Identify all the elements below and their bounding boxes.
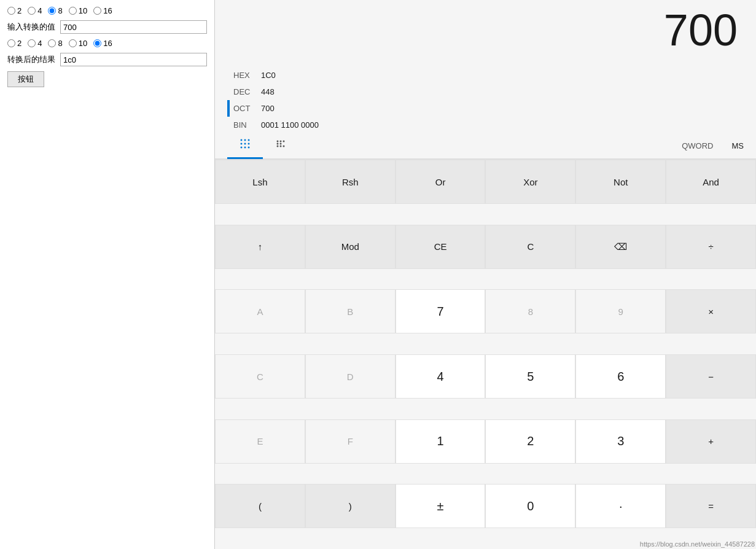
btn-not[interactable]: Not [575,160,666,204]
bin-label: BIN [233,120,261,130]
button-row: 按钮 [7,71,207,87]
svg-point-13 [280,143,282,145]
input-base-radios: 2 4 8 10 16 [7,6,207,15]
svg-point-9 [277,141,279,142]
hex-row: HEX 1C0 [233,67,738,84]
out-radio-label-16[interactable]: 16 [93,39,112,48]
dec-row: DEC 448 [233,84,738,100]
result-row: 转换后的结果 [7,53,207,66]
btn-3[interactable]: 3 [575,419,666,464]
radio-label-4[interactable]: 4 [28,6,42,15]
tab-extra: QWORD MS [682,141,744,150]
watermark: https://blog.csdn.net/weixin_44587228 [640,540,755,548]
svg-point-4 [244,143,246,145]
svg-point-10 [280,141,282,142]
main-display: 700 [664,6,738,55]
btn-5[interactable]: 5 [485,354,575,399]
tab-bar: QWORD MS [215,133,756,159]
result-label: 转换后的结果 [7,54,55,65]
btn-0[interactable]: 0 [485,484,575,528]
btn-add[interactable]: + [666,419,756,464]
calc-grid: Lsh Rsh Or Xor Not And ↑ Mod CE C ⌫ ÷ A … [215,159,756,549]
btn-lparen[interactable]: ( [215,484,305,528]
btn-divide[interactable]: ÷ [666,225,756,269]
ms-button[interactable]: MS [732,141,744,150]
btn-f: F [305,419,396,464]
btn-rparen[interactable]: ) [305,484,396,528]
dec-value: 448 [261,87,275,96]
btn-d: D [305,354,396,399]
dec-label: DEC [233,87,261,96]
left-panel: 2 4 8 10 16 输入转换的值 2 4 8 10 [0,0,215,549]
result-field[interactable] [60,53,207,66]
svg-point-3 [241,143,243,145]
svg-point-7 [244,147,246,149]
btn-backspace[interactable]: ⌫ [575,225,666,269]
svg-point-11 [283,141,285,142]
radio-label-2[interactable]: 2 [7,6,21,15]
calculator-panel: 700 HEX 1C0 DEC 448 OCT 700 BIN 0001 110… [215,0,756,549]
svg-point-2 [248,139,250,141]
btn-e: E [215,419,305,464]
out-radio-label-2[interactable]: 2 [7,39,21,48]
out-radio-label-10[interactable]: 10 [69,39,87,48]
svg-point-0 [241,139,243,141]
btn-mod[interactable]: Mod [305,225,396,269]
svg-point-16 [283,146,285,147]
btn-equals[interactable]: = [666,484,756,528]
btn-4[interactable]: 4 [396,354,486,399]
output-base-radios: 2 4 8 10 16 [7,39,207,48]
btn-c[interactable]: C [485,225,575,269]
btn-9: 9 [575,289,666,333]
input-value-row: 输入转换的值 [7,20,207,34]
btn-xor[interactable]: Xor [485,160,575,204]
svg-point-1 [244,139,246,141]
btn-or[interactable]: Or [396,160,486,204]
radio-label-8[interactable]: 8 [48,6,62,15]
oct-row: OCT 700 [233,100,738,117]
tab-bitview[interactable] [263,133,298,158]
input-field[interactable] [60,20,207,34]
conversion-rows: HEX 1C0 DEC 448 OCT 700 BIN 0001 1100 00… [215,67,756,133]
svg-point-6 [241,147,243,149]
btn-6[interactable]: 6 [575,354,666,399]
btn-and[interactable]: And [666,160,756,204]
btn-subtract[interactable]: − [666,354,756,399]
btn-b: B [305,289,396,333]
btn-1[interactable]: 1 [396,419,486,464]
svg-point-5 [248,143,250,145]
bin-value: 0001 1100 0000 [261,120,319,130]
oct-value: 700 [261,104,275,113]
convert-button[interactable]: 按钮 [7,71,44,87]
out-radio-label-8[interactable]: 8 [48,39,62,48]
btn-a: A [215,289,305,333]
btn-c2: C [215,354,305,399]
qword-label: QWORD [682,141,713,150]
btn-shift[interactable]: ↑ [215,225,305,269]
tab-numpad[interactable] [227,133,263,158]
svg-point-8 [248,147,250,149]
btn-7[interactable]: 7 [396,289,486,333]
svg-point-14 [277,146,279,147]
svg-point-15 [280,146,282,147]
hex-value: 1C0 [261,71,276,80]
btn-lsh[interactable]: Lsh [215,160,305,204]
svg-point-12 [277,143,279,145]
radio-label-10[interactable]: 10 [69,6,87,15]
btn-multiply[interactable]: × [666,289,756,333]
btn-plusminus[interactable]: ± [396,484,486,528]
input-label: 输入转换的值 [7,21,55,33]
btn-ce[interactable]: CE [396,225,486,269]
display-area: 700 [215,0,756,67]
btn-8: 8 [485,289,575,333]
btn-rsh[interactable]: Rsh [305,160,396,204]
radio-label-16[interactable]: 16 [93,6,112,15]
oct-label: OCT [233,104,261,113]
out-radio-label-4[interactable]: 4 [28,39,42,48]
btn-2[interactable]: 2 [485,419,575,464]
bin-row: BIN 0001 1100 0000 [233,117,738,133]
hex-label: HEX [233,71,261,80]
btn-dot[interactable]: · [575,484,666,528]
